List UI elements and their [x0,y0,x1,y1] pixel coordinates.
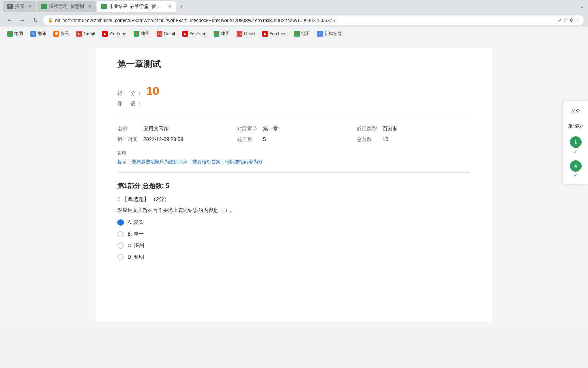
section1-header: 第1部分 总题数: 5 [117,181,471,190]
bookmark-newtab-label: 新标签页 [324,31,342,37]
bookmark-youtube3-label: YouTube [270,31,286,36]
bookmark-ditu3-label: 地图 [221,31,230,37]
bookmark-youtube2[interactable]: ▶ YouTube [179,30,209,38]
score-section: 得 分： 10 评 语： [117,81,471,111]
bookmark-fanyi-label: 翻译 [37,31,46,37]
badge-4-number: 4 [574,163,577,169]
bookmark-ditu1[interactable]: 📍 地图 [4,29,26,38]
ditu3-icon: 📍 [214,31,219,37]
meta-score-type-val: 百分制 [383,126,471,132]
radio-1d[interactable] [117,254,124,260]
comment-label: 评 语： [117,101,143,107]
radio-1b[interactable] [117,231,124,237]
page-wrapper: 第一章测试 得 分： 10 评 语： 名称 应用文写作 对应章节 第一章 成绩类… [0,40,588,329]
back-button[interactable]: ← [4,15,14,25]
tab-search-close[interactable]: ✕ [28,4,32,9]
score-label-de: 得 分： [117,90,143,97]
address-input[interactable]: 🔒 onlineexamh5new.zhihuishu.com/stuExamW… [43,15,584,25]
extension-icon[interactable]: ⚙ [570,18,574,23]
badge-4[interactable]: 4 [570,160,582,172]
forward-button[interactable]: → [17,15,27,25]
tab-course[interactable]: 🌿 课程学习_智慧树 ✕ [37,1,96,12]
bookmark-ditu3[interactable]: 📍 地图 [211,29,232,38]
radio-1c[interactable] [117,242,124,249]
meta-question-count-val: 5 [263,136,351,143]
bookmark-ditu4[interactable]: 📍 地图 [291,29,313,38]
zixun-icon: 资 [53,31,59,37]
bookmark-gmail2-label: Gmail [164,31,175,36]
gmail1-icon: G [76,31,82,37]
badge-4-container: 4 ✓ [570,160,582,178]
meta-question-count-label: 题目数 [237,136,257,143]
share-icon[interactable]: ↗ [558,18,561,23]
meta-chapter-label: 对应章节 [237,126,257,132]
profile-icon[interactable]: ◻ [576,18,579,23]
meta-total-score-label: 总分数 [357,136,377,143]
tab-exam-favicon: 🌿 [101,4,107,9]
score-value: 10 [146,84,159,98]
bookmark-youtube1-label: YouTube [109,31,126,36]
option-1c[interactable]: C. 深刻 [117,242,471,249]
badge-1-container: 1 ✓ [570,136,582,154]
reload-button[interactable]: ↻ [30,15,40,25]
badge-1-check: ✓ [570,149,582,154]
score-row: 得 分： 10 [117,84,471,98]
comment-row: 评 语： [117,101,471,107]
bookmark-gmail3-label: Gmail [244,31,255,36]
option-1d[interactable]: D. 鲜明 [117,254,471,260]
tab-exam[interactable]: 🌿 作业结果_在线学堂_智慧树 ✕ [97,1,176,12]
side-panel-total: 总分 [571,105,580,117]
meta-score-type-label: 成绩类型 [357,126,377,132]
youtube2-icon: ▶ [182,31,188,37]
question-1-title: 1 【单选题】 （2分） [117,196,471,203]
bookmark-ditu1-label: 地图 [14,31,23,37]
fanyi-icon: T [30,31,36,37]
tab-exam-close[interactable]: ✕ [168,4,172,9]
bookmark-newtab[interactable]: + 新标签页 [314,29,344,38]
radio-1a[interactable] [117,219,124,226]
page-title: 第一章测试 [117,58,471,70]
total-label: 总分 [571,108,580,114]
bookmark-gmail2[interactable]: G Gmail [154,30,178,38]
ditu1-icon: 📍 [7,31,13,37]
youtube3-icon: ▶ [262,31,268,37]
bookmark-ditu2[interactable]: 📍 地图 [131,29,152,38]
newtab-icon: + [317,31,323,37]
bookmark-gmail3[interactable]: G Gmail [234,30,258,38]
tab-course-title: 课程学习_智慧树 [49,3,84,10]
bookmark-fanyi[interactable]: T 翻译 [27,29,49,38]
new-tab-button[interactable]: + [177,1,187,12]
tab-bar: 🔍 搜索 ✕ 🌿 课程学习_智慧树 ✕ 🌿 作业结果_在线学堂_智慧树 ✕ + … [0,0,588,13]
meta-deadline-label: 截止时间 [117,136,138,143]
tab-search[interactable]: 🔍 搜索 ✕ [3,1,36,12]
bookmark-ditu4-label: 地图 [301,31,310,37]
gmail2-icon: G [157,31,162,37]
side-panel: 总分 第1部分 1 ✓ 4 ✓ [564,101,588,184]
divider2 [117,172,471,173]
meta-chapter-val: 第一章 [263,126,351,132]
url-text: onlineexamh5new.zhihuishu.com/stuExamWeb… [55,18,556,23]
ditu4-icon: 📍 [294,31,300,37]
bookmark-zixun[interactable]: 资 资讯 [50,29,72,38]
tab-search-favicon: 🔍 [7,4,13,9]
lock-icon: 🔒 [48,18,53,23]
option-1b[interactable]: B. 单一 [117,231,471,237]
section-label: 第1部分 [568,123,584,129]
bookmark-star-icon[interactable]: ☆ [564,18,567,23]
notice-text[interactable]: 提示：选择题选项顺序为随机排列，若要核对答案，请以选项内容为准 [117,159,471,165]
tab-course-close[interactable]: ✕ [88,4,92,9]
option-1a[interactable]: A. 复杂 [117,219,471,226]
bookmark-youtube2-label: YouTube [190,31,206,36]
bookmark-youtube3[interactable]: ▶ YouTube [259,30,289,38]
address-bar: ← → ↻ 🔒 onlineexamh5new.zhihuishu.com/st… [0,13,588,27]
meta-deadline-val: 2022-12-09 23:59 [143,136,231,143]
browser-chrome: 🔍 搜索 ✕ 🌿 课程学习_智慧树 ✕ 🌿 作业结果_在线学堂_智慧树 ✕ + … [0,0,588,40]
notice-section: 说明 提示：选择题选项顺序为随机排列，若要核对答案，请以选项内容为准 [117,150,471,165]
bookmark-youtube1[interactable]: ▶ YouTube [99,30,129,38]
bookmark-zixun-label: 资讯 [61,31,69,37]
notice-label: 说明 [117,150,471,157]
bookmark-gmail1[interactable]: G Gmail [74,30,98,38]
tab-more-button[interactable]: ⌄ [579,3,585,10]
badge-1[interactable]: 1 [570,136,582,148]
tab-exam-title: 作业结果_在线学堂_智慧树 [109,3,164,10]
